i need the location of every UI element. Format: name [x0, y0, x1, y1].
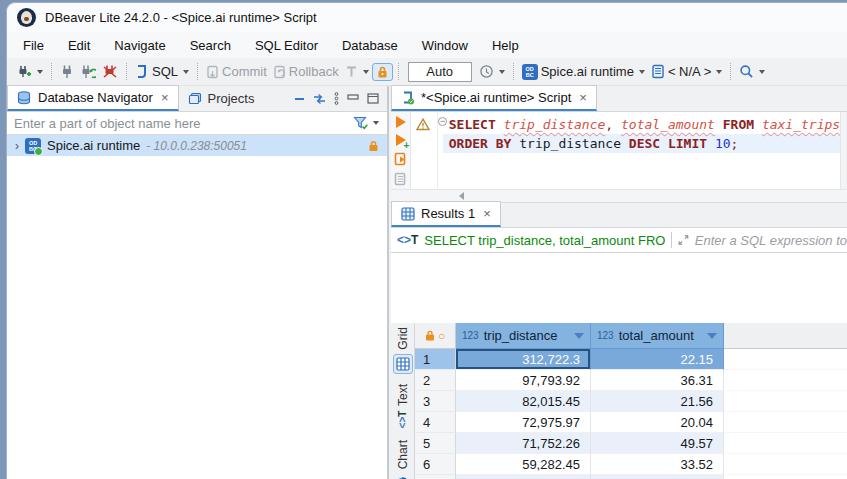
view-menu-icon[interactable] [334, 92, 339, 105]
connection-tree-item[interactable]: › ODBC Spice.ai runtime - 10.0.0.238:500… [7, 135, 387, 156]
table-row[interactable]: 5 71,752.26 49.57 [415, 433, 847, 454]
chevron-down-icon[interactable] [183, 70, 189, 74]
close-icon[interactable]: × [161, 90, 169, 105]
active-schema-selector[interactable]: < N/A > [648, 62, 725, 81]
menu-file[interactable]: File [23, 38, 44, 53]
chevron-down-icon[interactable] [639, 70, 645, 74]
menu-sql-editor[interactable]: SQL Editor [255, 38, 318, 53]
menu-help[interactable]: Help [492, 38, 519, 53]
cell-total-amount[interactable]: 23.17 [591, 475, 724, 479]
cell-trip-distance[interactable]: 97,793.92 [456, 370, 591, 391]
table-row[interactable]: 4 72,975.97 20.04 [415, 412, 847, 433]
expand-panel-icon[interactable] [678, 233, 689, 247]
minimize-icon[interactable] [347, 94, 359, 104]
active-connection-selector[interactable]: ODBC Spice.ai runtime [519, 62, 648, 82]
row-number[interactable]: 1 [415, 349, 456, 370]
rollback-button[interactable]: Rollback [270, 62, 342, 81]
chevron-down-icon[interactable] [363, 70, 369, 74]
toolbar-separator [51, 63, 52, 80]
execute-statement-button[interactable] [396, 116, 406, 128]
navigator-tab-row: Database Navigator × Projects [7, 86, 387, 112]
maximize-icon[interactable] [367, 93, 379, 104]
commit-button[interactable]: Commit [203, 62, 270, 81]
cell-total-amount[interactable]: 33.52 [591, 454, 724, 475]
tab-sql-script[interactable]: *<Spice.ai runtime> Script × [391, 85, 597, 111]
new-connection-button[interactable] [13, 62, 46, 82]
row-number[interactable]: 4 [415, 412, 456, 433]
cell-total-amount[interactable]: 36.31 [591, 370, 724, 391]
row-number[interactable]: 2 [415, 370, 456, 391]
chevron-down-icon[interactable] [759, 70, 765, 74]
cell-total-amount[interactable]: 22.15 [591, 349, 724, 370]
new-sql-editor-button[interactable]: SQL [132, 62, 192, 81]
execute-script-natural-button[interactable] [394, 172, 408, 186]
execute-script-button[interactable] [394, 152, 408, 166]
cell-total-amount[interactable]: 21.56 [591, 391, 724, 412]
row-number[interactable]: 5 [415, 433, 456, 454]
transaction-mode-button[interactable] [342, 63, 372, 81]
column-dropdown-icon[interactable] [574, 333, 584, 339]
filter-funnel-icon[interactable] [353, 116, 369, 130]
table-row[interactable]: 2 97,793.92 36.31 [415, 370, 847, 391]
tab-results-1[interactable]: Results 1 × [391, 201, 501, 227]
close-icon[interactable]: × [483, 206, 491, 221]
link-editor-icon[interactable] [313, 94, 326, 104]
row-number[interactable]: 7 [415, 475, 456, 479]
table-row[interactable]: 1 312,722.3 22.15 [415, 349, 847, 370]
connection-address: - 10.0.0.238:50051 [146, 139, 247, 153]
presentation-tab-text[interactable]: Text <>T [393, 384, 413, 430]
editor-area: *<Spice.ai runtime> Script × − SELECT tr… [391, 86, 847, 479]
code-view[interactable]: SELECT trip_distance, total_amount FROM … [443, 112, 840, 189]
chevron-down-icon[interactable] [373, 121, 379, 125]
object-filter-input[interactable] [7, 116, 353, 131]
commit-mode-combo[interactable]: Auto [408, 62, 472, 82]
cell-trip-distance[interactable]: 72,975.97 [456, 412, 591, 433]
scroll-left-icon[interactable] [459, 192, 464, 200]
column-header-trip-distance[interactable]: 123 trip_distance [456, 323, 591, 349]
disconnect-button[interactable] [99, 62, 121, 81]
cell-trip-distance[interactable]: 59,076.43 [456, 475, 591, 479]
expand-chevron-icon[interactable]: › [15, 139, 19, 153]
editor-vertical-scrollbar[interactable] [840, 112, 847, 189]
menu-search[interactable]: Search [190, 38, 231, 53]
plug-refresh-icon [80, 64, 96, 79]
column-type-badge: 123 [462, 330, 479, 341]
collapse-all-icon[interactable] [294, 95, 305, 103]
tab-database-navigator[interactable]: Database Navigator × [7, 85, 179, 111]
cell-trip-distance[interactable]: 59,282.45 [456, 454, 591, 475]
menu-edit[interactable]: Edit [68, 38, 90, 53]
column-dropdown-icon[interactable] [707, 333, 717, 339]
cell-trip-distance[interactable]: 312,722.3 [456, 349, 591, 370]
tab-label: Database Navigator [38, 90, 153, 105]
reconnect-button[interactable] [77, 62, 99, 81]
close-icon[interactable]: × [579, 90, 587, 105]
row-number[interactable]: 3 [415, 391, 456, 412]
cell-total-amount[interactable]: 20.04 [591, 412, 724, 433]
chevron-down-icon[interactable] [37, 70, 43, 74]
menu-window[interactable]: Window [422, 38, 468, 53]
table-row[interactable]: 7 59,076.43 23.17 [415, 475, 847, 479]
connection-lock-toggle[interactable] [372, 63, 393, 81]
tab-projects[interactable]: Projects [179, 85, 264, 111]
cell-trip-distance[interactable]: 82,015.45 [456, 391, 591, 412]
connect-button[interactable] [57, 62, 77, 81]
chevron-down-icon[interactable] [499, 70, 505, 74]
search-button[interactable] [736, 62, 768, 81]
chevron-down-icon[interactable] [716, 70, 722, 74]
clock-icon [479, 64, 494, 79]
sql-expression-placeholder[interactable]: Enter a SQL expression to [695, 233, 847, 248]
transaction-log-button[interactable] [476, 62, 508, 81]
presentation-tab-chart[interactable]: Chart [393, 440, 413, 479]
cell-total-amount[interactable]: 49.57 [591, 433, 724, 454]
rollback-icon [273, 65, 286, 79]
menu-navigate[interactable]: Navigate [114, 38, 165, 53]
column-header-total-amount[interactable]: 123 total_amount [591, 323, 724, 349]
grid-corner-cell[interactable]: ○ [415, 323, 456, 349]
menu-database[interactable]: Database [342, 38, 398, 53]
cell-trip-distance[interactable]: 71,752.26 [456, 433, 591, 454]
execute-new-tab-button[interactable] [396, 134, 406, 146]
table-row[interactable]: 6 59,282.45 33.52 [415, 454, 847, 475]
row-number[interactable]: 6 [415, 454, 456, 475]
presentation-tab-grid[interactable]: Grid [393, 327, 413, 374]
table-row[interactable]: 3 82,015.45 21.56 [415, 391, 847, 412]
